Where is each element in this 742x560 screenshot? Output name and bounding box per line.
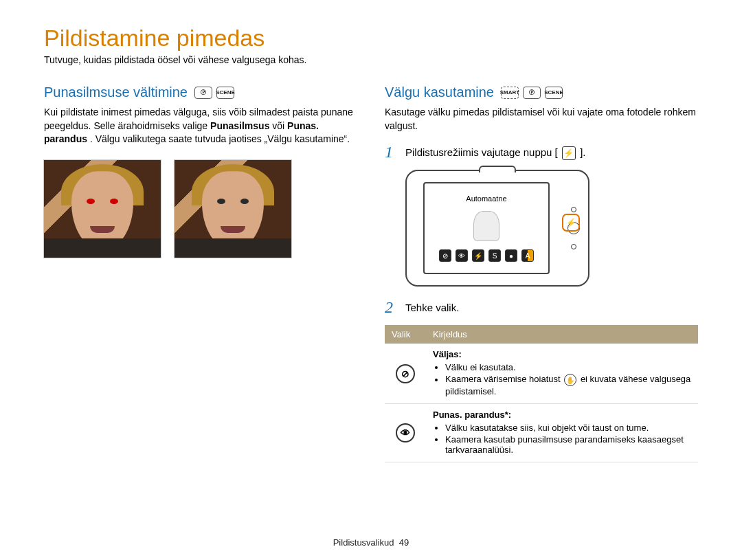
fix-title: Punas. parandus*:: [433, 410, 691, 420]
shake-warning-icon: ✋: [564, 374, 576, 386]
right-body: Kasutage välku pimedas pildistamisel või…: [385, 106, 698, 133]
example-photo-row: [44, 160, 357, 258]
content-columns: Punasilmsuse vältimine Ⓟ SCENE Kui pildi…: [44, 85, 698, 462]
scene-mode-icon: SCENE: [216, 87, 234, 99]
table-row: ⊘ Väljas: Välku ei kasutata. Kaamera vär…: [385, 344, 698, 404]
footer-page-number: 49: [399, 537, 409, 548]
example-photo-redeye: [44, 160, 161, 258]
example-photo-fixed: [175, 160, 291, 258]
left-mode-icons: Ⓟ SCENE: [194, 87, 234, 99]
camera-mode-label: Automaatne: [466, 194, 506, 203]
camera-diagram: Automaatne ⊘ 👁 ⚡ S ● A ⚡: [405, 170, 589, 287]
step-1: 1 Pildistusrežiimis vajutage nuppu [ ⚡ ]…: [385, 144, 698, 160]
flash-options-table: Valik Kirjeldus ⊘ Väljas: Välku ei kasut…: [385, 325, 698, 462]
off-b2-a: Kaamera värisemise hoiatust: [445, 374, 563, 385]
left-body-b: Punasilmsus: [210, 120, 269, 131]
right-column: Välgu kasutamine SMART Ⓟ SCENE Kasutage …: [385, 85, 698, 462]
step-2: 2 Tehke valik.: [385, 299, 698, 315]
camera-flash-options: ⊘ 👁 ⚡ S ● A: [439, 249, 534, 262]
left-heading-text: Punasilmsuse vältimine: [44, 85, 188, 100]
right-mode-icons: SMART Ⓟ SCENE: [501, 87, 563, 99]
program-mode-icon: Ⓟ: [523, 87, 541, 99]
left-heading: Punasilmsuse vältimine Ⓟ SCENE: [44, 85, 357, 100]
left-body: Kui pildistate inimest pimedas välguga, …: [44, 106, 357, 146]
flash-fill-icon: ⚡: [472, 249, 484, 262]
step-1-number: 1: [385, 144, 397, 160]
off-title: Väljas:: [433, 349, 691, 359]
page-footer: Pildistusvalikud 49: [0, 537, 742, 548]
table-row: 👁 Punas. parandus*: Välku kasutatakse si…: [385, 404, 698, 462]
left-body-e: . Välgu valikutega saate tutvuda jaotise…: [90, 133, 350, 144]
camera-screen: Automaatne ⊘ 👁 ⚡ S ● A: [423, 182, 550, 274]
flash-off-icon: ⊘: [439, 249, 451, 262]
step-1-text: Pildistusrežiimis vajutage nuppu [ ⚡ ].: [405, 144, 585, 160]
scene-mode-icon: SCENE: [545, 87, 563, 99]
nav-down-icon: [571, 244, 576, 249]
flash-nav-highlight-icon: ⚡: [562, 214, 580, 232]
smart-mode-icon: SMART: [501, 87, 519, 99]
flash-redeye-fix-option-icon: 👁: [396, 423, 415, 443]
subject-silhouette-icon: [473, 211, 499, 241]
step-2-number: 2: [385, 299, 397, 315]
flash-off-option-icon: ⊘: [396, 364, 415, 383]
step-1-text-a: Pildistusrežiimis vajutage nuppu [: [405, 146, 558, 158]
table-head-option: Valik: [385, 325, 426, 344]
flash-button-icon: ⚡: [562, 146, 576, 160]
step-list-2: 2 Tehke valik.: [385, 299, 698, 315]
left-body-c: või: [272, 120, 287, 131]
off-b1: Välku ei kasutata.: [445, 362, 691, 372]
fix-b1: Välku kasutatakse siis, kui objekt või t…: [445, 423, 691, 433]
left-column: Punasilmsuse vältimine Ⓟ SCENE Kui pildi…: [44, 85, 357, 462]
nav-up-icon: [571, 207, 576, 212]
program-mode-icon: Ⓟ: [194, 87, 212, 99]
step-list: 1 Pildistusrežiimis vajutage nuppu [ ⚡ ]…: [385, 144, 698, 160]
fix-b2: Kaamera kasutab punasilmsuse parandamise…: [445, 434, 691, 455]
table-head-desc: Kirjeldus: [426, 325, 698, 344]
step-2-text: Tehke valik.: [405, 299, 459, 315]
page-title: Pildistamine pimedas: [44, 25, 698, 52]
right-heading: Välgu kasutamine SMART Ⓟ SCENE: [385, 85, 698, 100]
flash-redeye-fix-icon: 👁: [456, 249, 468, 262]
page-intro: Tutvuge, kuidas pildistada öösel või väh…: [44, 54, 698, 65]
flash-slow-icon: S: [488, 249, 501, 262]
off-b2: Kaamera värisemise hoiatust ✋ ei kuvata …: [445, 374, 691, 396]
flash-auto-icon: A: [521, 249, 534, 262]
flash-redeye-icon: ●: [505, 249, 517, 262]
step-1-text-b: ].: [580, 146, 585, 158]
footer-section-label: Pildistusvalikud: [333, 537, 394, 548]
right-heading-text: Välgu kasutamine: [385, 85, 494, 100]
